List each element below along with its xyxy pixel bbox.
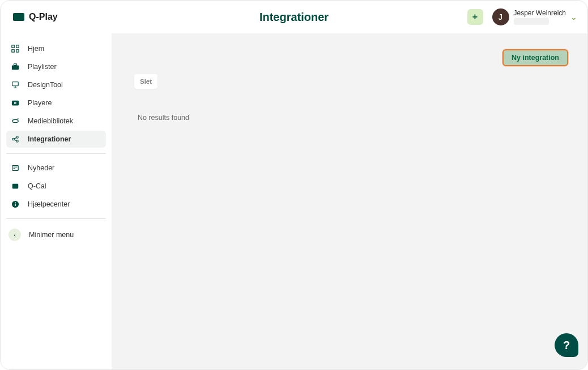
user-sub-placeholder [514,18,549,25]
nav-divider [6,153,106,154]
nav-divider [6,218,106,219]
svg-rect-3 [16,50,19,52]
sidebar-item-label: Q-Cal [28,182,46,190]
delete-button[interactable]: Slet [134,74,157,89]
user-name: Jesper Weinreich [514,9,566,17]
easel-icon [11,80,20,89]
sidebar-item-playlister[interactable]: Playlister [6,58,106,75]
help-fab[interactable]: ? [555,333,578,357]
sidebar-item-integrationer[interactable]: Integrationer [6,131,106,148]
briefcase-icon [11,62,20,71]
svg-rect-1 [16,45,19,48]
minimize-menu[interactable]: ‹ Minimer menu [6,225,106,245]
sidebar: Hjem Playlister DesignTool Playere [1,33,112,369]
sidebar-item-qcal[interactable]: Q-Cal [6,178,106,195]
news-icon [11,164,20,173]
chevron-left-icon: ‹ [8,229,21,241]
new-integration-button[interactable]: Ny integration [502,49,568,66]
sidebar-item-label: Hjem [28,45,44,53]
svg-rect-21 [15,204,15,206]
sidebar-item-hjem[interactable]: Hjem [6,40,106,57]
app-frame: Q-Play Integrationer + J Jesper Weinreic… [0,0,588,370]
svg-rect-2 [12,50,14,52]
avatar: J [492,8,509,25]
logo-icon [13,13,24,21]
svg-line-14 [14,137,16,139]
logo[interactable]: Q-Play [13,12,58,22]
grid-icon [11,44,20,53]
user-info: Jesper Weinreich [514,9,566,25]
sidebar-item-label: Nyheder [28,164,54,172]
sidebar-item-label: Playere [28,99,52,107]
svg-point-11 [12,138,15,140]
library-icon [11,117,20,126]
svg-line-15 [14,140,16,141]
share-icon [11,135,20,144]
svg-rect-5 [14,64,16,66]
logo-text: Q-Play [29,12,58,22]
play-icon [11,98,20,107]
header-right: + J Jesper Weinreich ⌄ [467,8,577,25]
sidebar-item-nyheder[interactable]: Nyheder [6,160,106,177]
main-content: Ny integration Slet No results found [112,33,587,369]
svg-point-13 [16,140,19,143]
sidebar-item-label: Mediebibliotek [28,117,73,125]
sidebar-item-label: Integrationer [28,135,71,143]
svg-rect-6 [12,82,19,86]
add-button[interactable]: + [467,9,483,25]
svg-point-22 [15,202,16,203]
svg-rect-4 [12,65,19,70]
header: Q-Play Integrationer + J Jesper Weinreic… [1,1,587,33]
sidebar-item-label: DesignTool [28,81,63,89]
calendar-icon [11,182,20,191]
svg-rect-19 [12,184,19,189]
sidebar-item-designtool[interactable]: DesignTool [6,76,106,93]
sidebar-item-label: Playlister [28,63,57,71]
sidebar-item-mediebibliotek[interactable]: Mediebibliotek [6,113,106,130]
chevron-down-icon[interactable]: ⌄ [570,12,577,21]
sidebar-item-label: Hjælpecenter [28,200,70,208]
minimize-label: Minimer menu [29,231,74,239]
svg-rect-16 [12,166,19,171]
sidebar-item-hjaelpecenter[interactable]: Hjælpecenter [6,196,106,213]
sidebar-item-playere[interactable]: Playere [6,94,106,111]
user-menu[interactable]: J Jesper Weinreich ⌄ [492,8,577,25]
body: Hjem Playlister DesignTool Playere [1,33,587,369]
info-icon [11,200,20,209]
svg-rect-0 [12,45,14,48]
no-results-text: No results found [138,114,568,122]
svg-point-12 [16,136,19,139]
